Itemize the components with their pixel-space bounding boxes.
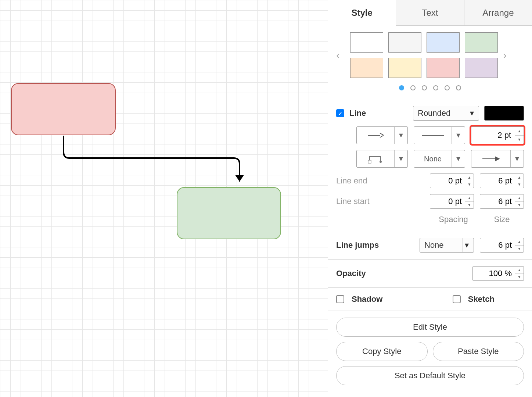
opacity-input[interactable]: ▲▼: [472, 266, 524, 281]
line-end-spacing-value[interactable]: [430, 174, 465, 188]
tab-style[interactable]: Style: [328, 0, 396, 26]
chevron-down-icon: ▼: [394, 127, 407, 144]
chevron-down-icon: ▼: [394, 150, 407, 167]
step-down-icon[interactable]: ▼: [515, 181, 524, 188]
opacity-section: Opacity ▲▼: [328, 260, 532, 288]
line-jumps-size-value[interactable]: [480, 238, 515, 252]
palette-dot[interactable]: [445, 85, 450, 90]
tab-text[interactable]: Text: [396, 0, 464, 25]
chevron-down-icon: ▾: [468, 106, 476, 120]
line-label: Line: [349, 108, 366, 118]
line-start-spacing-input[interactable]: ▲▼: [430, 194, 474, 209]
connector-arrow[interactable]: [62, 135, 246, 201]
line-start-size-input[interactable]: ▲▼: [480, 194, 524, 209]
step-down-icon[interactable]: ▼: [515, 246, 524, 253]
swatch-blue[interactable]: [427, 32, 460, 53]
tab-arrange[interactable]: Arrange: [464, 0, 532, 25]
edit-style-button[interactable]: Edit Style: [336, 318, 524, 337]
arrow-end-icon: [471, 150, 510, 167]
line-style-select[interactable]: Rounded ▾: [413, 106, 479, 121]
svg-point-3: [380, 161, 382, 163]
palette-dot[interactable]: [422, 85, 427, 90]
line-end-label: Line end: [336, 176, 424, 186]
line-jumps-size-input[interactable]: ▲▼: [480, 238, 524, 253]
line-start-label: Line start: [336, 197, 424, 206]
step-down-icon[interactable]: ▼: [465, 181, 474, 188]
line-jumps-select[interactable]: None ▾: [420, 238, 474, 253]
palette-prev-icon[interactable]: ‹: [336, 49, 345, 61]
line-jumps-label: Line jumps: [336, 240, 414, 250]
line-end-size-input[interactable]: ▲▼: [480, 174, 524, 188]
step-up-icon[interactable]: ▲: [515, 267, 524, 274]
line-section: ✓ Line Rounded ▾ ▼ ▼: [328, 99, 532, 231]
arrow-right-icon: [357, 127, 394, 144]
line-pattern-combo[interactable]: ▼: [414, 126, 465, 144]
set-default-style-button[interactable]: Set as Default Style: [336, 366, 524, 385]
palette-page-dots: [336, 85, 524, 92]
palette-dot[interactable]: [410, 85, 416, 90]
line-width-value[interactable]: [471, 127, 515, 144]
line-start-size-value[interactable]: [480, 194, 515, 208]
opacity-label: Opacity: [336, 269, 467, 278]
chevron-down-icon: ▼: [452, 127, 465, 144]
line-checkbox[interactable]: ✓: [336, 109, 344, 117]
line-style-value: Rounded: [418, 108, 450, 118]
line-jumps-value: None: [424, 240, 444, 250]
shadow-checkbox[interactable]: [336, 295, 344, 303]
swatch-green[interactable]: [465, 32, 498, 53]
format-sidebar: Style Text Arrange ‹ ›: [328, 0, 532, 397]
sketch-checkbox[interactable]: [453, 295, 461, 303]
swatch-orange[interactable]: [350, 58, 383, 78]
line-end-spacing-input[interactable]: ▲▼: [430, 174, 474, 188]
line-width-input[interactable]: ▲ ▼: [471, 126, 524, 144]
palette-dot[interactable]: [399, 85, 404, 90]
swatch-yellow[interactable]: [388, 58, 421, 78]
sketch-label: Sketch: [468, 294, 495, 304]
swatch-white[interactable]: [350, 32, 383, 53]
line-start-spacing-value[interactable]: [430, 194, 465, 208]
step-down-icon[interactable]: ▼: [465, 202, 474, 209]
chevron-down-icon: ▼: [452, 150, 465, 167]
chevron-down-icon: ▾: [463, 238, 471, 252]
step-up-icon[interactable]: ▲: [515, 238, 524, 246]
shadow-label: Shadow: [352, 294, 382, 304]
chevron-down-icon: ▼: [510, 150, 524, 167]
swatch-gray[interactable]: [388, 32, 421, 53]
swatch-purple[interactable]: [465, 58, 498, 78]
step-up-icon[interactable]: ▲: [515, 194, 524, 202]
step-down-icon[interactable]: ▼: [515, 136, 524, 144]
step-up-icon[interactable]: ▲: [515, 174, 524, 181]
sidebar-tabs: Style Text Arrange: [328, 0, 532, 26]
style-actions-section: Edit Style Copy Style Paste Style Set as…: [328, 311, 532, 392]
palette-next-icon[interactable]: ›: [503, 49, 512, 61]
connection-style-combo[interactable]: ▼: [356, 126, 408, 144]
line-start-none: None: [414, 150, 452, 167]
svg-rect-2: [368, 160, 371, 163]
canvas[interactable]: [0, 0, 328, 397]
step-down-icon[interactable]: ▼: [515, 202, 524, 209]
line-end-marker-combo[interactable]: ▼: [471, 150, 524, 168]
paste-style-button[interactable]: Paste Style: [433, 342, 524, 361]
copy-style-button[interactable]: Copy Style: [336, 342, 428, 361]
size-header: Size: [480, 215, 524, 224]
line-solid-icon: [414, 127, 452, 144]
effects-section: Shadow Sketch: [328, 288, 532, 311]
line-color-picker[interactable]: [484, 106, 524, 121]
fill-palette-section: ‹ ›: [328, 26, 532, 99]
spacing-header: Spacing: [431, 215, 475, 224]
opacity-value[interactable]: [473, 267, 515, 280]
palette-dot[interactable]: [456, 85, 461, 90]
waypoint-orthogonal-icon: [357, 150, 394, 167]
swatch-red[interactable]: [427, 58, 460, 78]
step-down-icon[interactable]: ▼: [515, 274, 524, 281]
palette-dot[interactable]: [433, 85, 438, 90]
step-up-icon[interactable]: ▲: [515, 127, 524, 136]
step-up-icon[interactable]: ▲: [465, 194, 474, 202]
shape-red-rounded-rect[interactable]: [11, 83, 116, 135]
step-up-icon[interactable]: ▲: [465, 174, 474, 181]
stepper-buttons: ▲ ▼: [515, 127, 524, 144]
line-jumps-section: Line jumps None ▾ ▲▼: [328, 231, 532, 260]
waypoint-style-combo[interactable]: ▼: [356, 150, 408, 168]
line-start-marker-combo[interactable]: None ▼: [414, 150, 465, 168]
line-end-size-value[interactable]: [480, 174, 515, 188]
